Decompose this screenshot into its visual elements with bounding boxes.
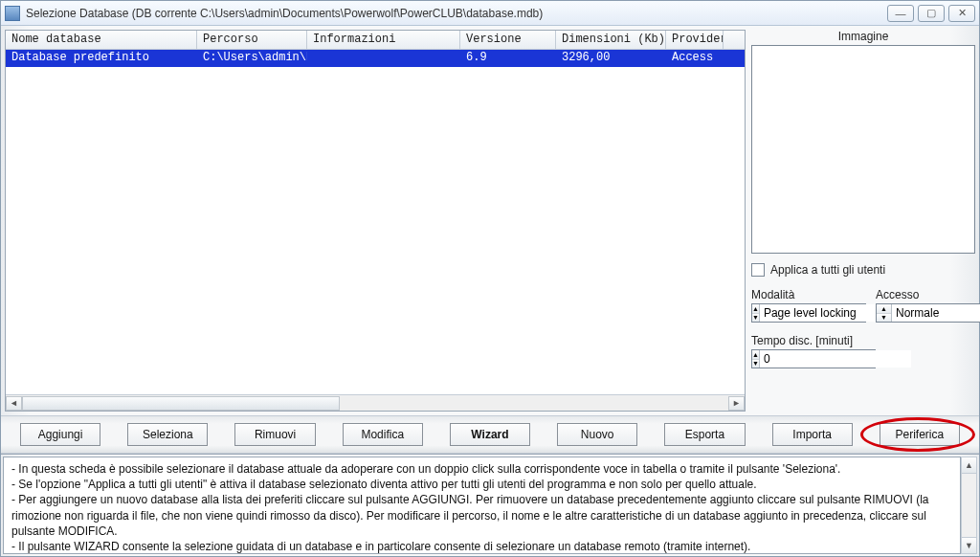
import-button[interactable]: Importa — [772, 423, 853, 446]
edit-button[interactable]: Modifica — [343, 423, 423, 446]
image-preview — [751, 45, 975, 254]
th-size[interactable]: Dimensioni (Kb) — [556, 31, 666, 49]
scroll-left-icon[interactable]: ◄ — [6, 396, 22, 411]
content-area: Nome database Percorso Informazioni Vers… — [1, 26, 979, 556]
td-path: C:\Users\admin\Doc — [197, 50, 307, 67]
help-line: - Per aggiungere un nuovo database alla … — [11, 492, 952, 539]
remove-button[interactable]: Rimuovi — [234, 423, 315, 446]
new-button[interactable]: Nuovo — [557, 423, 637, 446]
apply-all-label: Applica a tutti gli utenti — [770, 263, 885, 277]
access-spinner[interactable]: ▲▼ — [877, 304, 892, 322]
app-window: Selezione Database (DB corrente C:\Users… — [0, 0, 980, 557]
table-header: Nome database Percorso Informazioni Vers… — [6, 31, 745, 50]
timeout-value[interactable] — [760, 350, 911, 368]
mode-label: Modalità — [751, 288, 866, 301]
database-table: Nome database Percorso Informazioni Vers… — [5, 30, 746, 412]
th-version[interactable]: Versione — [460, 31, 556, 49]
apply-all-row: Applica a tutti gli utenti — [751, 263, 975, 277]
window-title: Selezione Database (DB corrente C:\Users… — [26, 7, 887, 20]
td-provider: Access — [666, 50, 724, 67]
add-button[interactable]: Aggiungi — [20, 423, 100, 446]
scroll-down-icon[interactable]: ▼ — [962, 537, 976, 553]
help-line: - Il pulsante WIZARD consente la selezio… — [11, 539, 952, 554]
table-body: Database predefinito C:\Users\admin\Doc … — [6, 50, 745, 394]
mode-field: Modalità ▲▼ — [751, 288, 866, 323]
close-button[interactable]: ✕ — [948, 5, 975, 22]
timeout-field: Tempo disc. [minuti] ▲▼ — [751, 334, 975, 368]
scroll-thumb[interactable] — [22, 396, 340, 411]
th-provider[interactable]: Provider — [666, 31, 724, 49]
mode-access-row: Modalità ▲▼ Accesso ▲▼ — [751, 288, 975, 323]
scroll-right-icon[interactable]: ► — [728, 396, 745, 411]
button-row: Aggiungi Seleziona Rimuovi Modifica Wiza… — [1, 415, 979, 454]
scroll-track[interactable] — [22, 396, 728, 411]
export-button[interactable]: Esporta — [664, 423, 745, 446]
apply-all-checkbox[interactable] — [751, 263, 765, 277]
table-row[interactable]: Database predefinito C:\Users\admin\Doc … — [6, 50, 745, 67]
maximize-button[interactable]: ▢ — [918, 5, 945, 22]
td-version: 6.9 — [460, 50, 556, 67]
th-path[interactable]: Percorso — [197, 31, 307, 49]
help-line: - Se l'opzione "Applica a tutti gli uten… — [11, 477, 952, 492]
timeout-spinner[interactable]: ▲▼ — [752, 350, 760, 368]
select-button[interactable]: Seleziona — [127, 423, 208, 446]
wizard-button[interactable]: Wizard — [450, 423, 530, 446]
td-size: 3296,00 — [556, 50, 666, 67]
image-label: Immagine — [751, 30, 975, 43]
side-panel: Immagine Applica a tutti gli utenti Moda… — [751, 30, 975, 412]
td-info — [307, 50, 460, 67]
image-section: Immagine — [751, 30, 975, 254]
access-field: Accesso ▲▼ — [876, 288, 980, 323]
minimize-button[interactable]: — — [887, 5, 914, 22]
mode-spinner[interactable]: ▲▼ — [752, 304, 760, 322]
app-icon — [5, 6, 20, 21]
mode-input[interactable]: ▲▼ — [751, 303, 866, 323]
help-text: - In questa scheda è possibile seleziona… — [3, 457, 961, 554]
access-label: Accesso — [876, 288, 980, 301]
titlebar: Selezione Database (DB corrente C:\Users… — [1, 1, 979, 26]
td-name: Database predefinito — [6, 50, 197, 67]
th-name[interactable]: Nome database — [6, 31, 197, 49]
timeout-label: Tempo disc. [minuti] — [751, 334, 975, 347]
scroll-up-icon[interactable]: ▲ — [962, 457, 976, 474]
window-controls: — ▢ ✕ — [887, 5, 975, 22]
help-line: - In questa scheda è possibile seleziona… — [11, 461, 952, 477]
help-wrap: - In questa scheda è possibile seleziona… — [1, 454, 979, 556]
horizontal-scrollbar[interactable]: ◄ ► — [6, 394, 745, 411]
timeout-input[interactable]: ▲▼ — [751, 349, 876, 368]
access-value[interactable] — [892, 304, 980, 322]
th-info[interactable]: Informazioni — [307, 31, 460, 49]
device-button[interactable]: Periferica — [880, 423, 960, 446]
upper-panel: Nome database Percorso Informazioni Vers… — [1, 26, 979, 415]
access-input[interactable]: ▲▼ — [876, 303, 980, 323]
help-scrollbar[interactable]: ▲ ▼ — [961, 457, 977, 554]
scroll-vtrack[interactable] — [962, 474, 976, 537]
